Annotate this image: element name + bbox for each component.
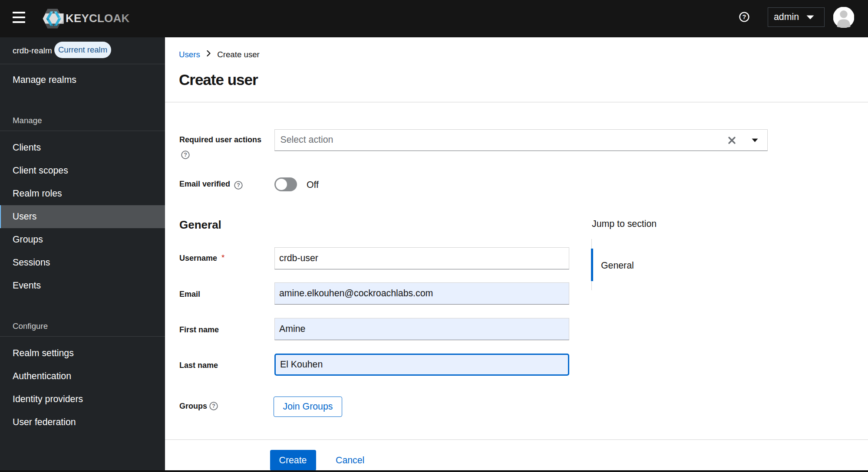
svg-text:KEYCLOAK: KEYCLOAK xyxy=(66,12,130,25)
svg-text:?: ? xyxy=(237,182,240,188)
svg-text:?: ? xyxy=(212,403,215,409)
svg-text:?: ? xyxy=(743,13,746,20)
svg-text:?: ? xyxy=(184,152,187,158)
